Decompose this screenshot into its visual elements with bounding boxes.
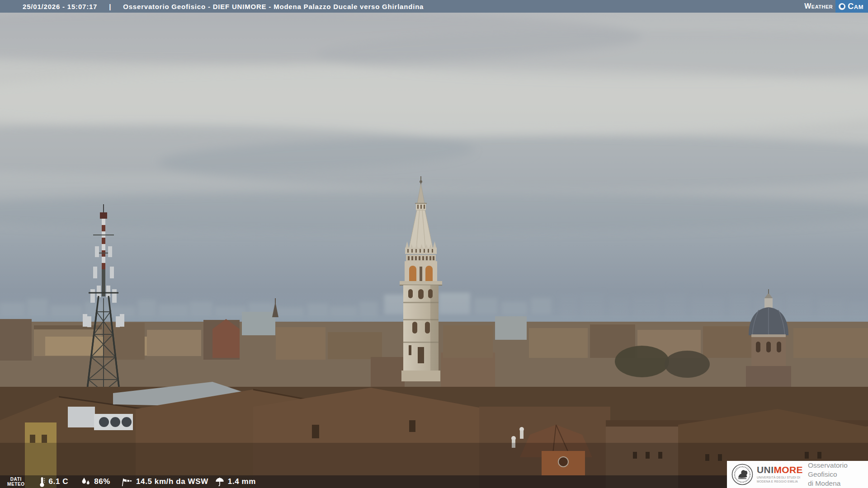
humidity-icon xyxy=(81,477,91,487)
top-caption-bar: 25/01/2026 - 15:07:17 | Osservatorio Geo… xyxy=(0,0,868,13)
separator: | xyxy=(109,3,111,10)
camera-lens-icon xyxy=(839,3,845,10)
weathercam-logo-blue-block: Cam xyxy=(835,0,868,13)
humidity-metric: 86% xyxy=(81,477,110,487)
umbrella-icon xyxy=(215,476,225,487)
unimore-more: MORE xyxy=(774,465,803,475)
rain-metric: 1.4 mm xyxy=(215,476,256,487)
dati-meteo-line2: METEO xyxy=(7,482,25,487)
windsock-icon xyxy=(121,477,133,487)
observatory-name: Osservatorio Geofisico di Modena xyxy=(808,461,868,488)
webcam-photo xyxy=(0,0,868,488)
temperature-value: 6.1 C xyxy=(49,477,69,486)
unimore-subtitle-2: MODENA E REGGIO EMILIA xyxy=(757,480,803,484)
observatory-name-line2: di Modena xyxy=(808,479,868,488)
webcam-frame: 25/01/2026 - 15:07:17 | Osservatorio Geo… xyxy=(0,0,868,488)
datetime-text: 25/01/2026 - 15:07:17 xyxy=(23,3,97,10)
observatory-name-line1: Osservatorio Geofisico xyxy=(808,461,868,479)
thermometer-icon xyxy=(38,476,46,487)
weathercam-logo: Weather Cam xyxy=(804,0,868,13)
weathercam-logo-cam: Cam xyxy=(848,2,863,11)
wind-metric: 14.5 km/h da WSW xyxy=(121,477,208,487)
weathercam-logo-weather: Weather xyxy=(804,2,833,10)
dati-meteo-line1: DATI xyxy=(7,477,25,482)
wind-value: 14.5 km/h da WSW xyxy=(136,477,208,486)
unimore-seal xyxy=(731,464,753,485)
webcam-title: Osservatorio Geofisico - DIEF UNIMORE - … xyxy=(123,3,424,10)
rain-value: 1.4 mm xyxy=(228,477,256,486)
unimore-uni: UNI xyxy=(757,465,774,475)
dati-meteo-label: DATI METEO xyxy=(7,477,25,487)
temperature-metric: 6.1 C xyxy=(38,476,69,487)
unimore-subtitle-1: UNIVERSITÀ DEGLI STUDI DI xyxy=(757,476,803,480)
humidity-value: 86% xyxy=(94,477,110,486)
unimore-logo-box: UNIMORE UNIVERSITÀ DEGLI STUDI DI MODENA… xyxy=(727,461,868,488)
unimore-wordmark: UNIMORE UNIVERSITÀ DEGLI STUDI DI MODENA… xyxy=(757,465,803,483)
